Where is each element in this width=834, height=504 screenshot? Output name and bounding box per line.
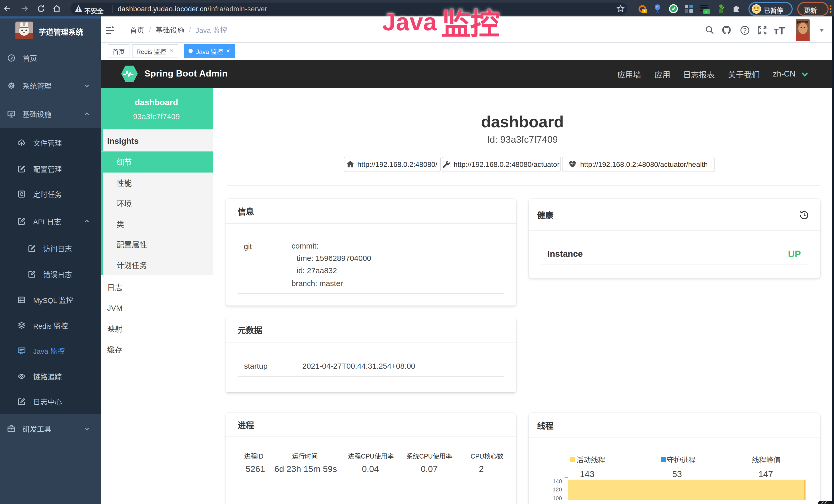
svg-text:1: 1	[643, 9, 645, 13]
svg-text:on: on	[705, 10, 708, 14]
